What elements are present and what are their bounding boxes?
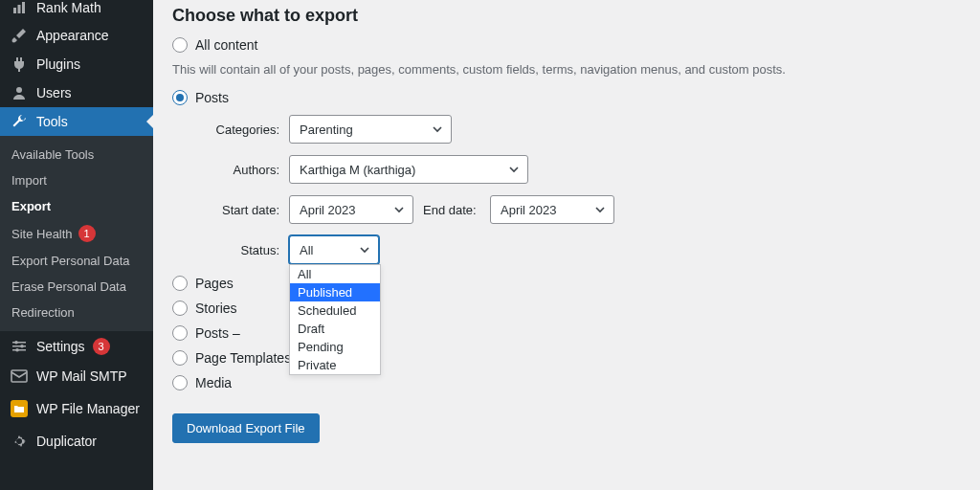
option-label: Page Templates [195,350,291,366]
sidebar-item-settings[interactable]: Settings 3 [0,331,153,362]
submenu-erase-personal-data[interactable]: Erase Personal Data [0,274,153,300]
section-heading: Choose what to export [172,6,961,26]
submenu-export-personal-data[interactable]: Export Personal Data [0,248,153,274]
sidebar-item-duplicator[interactable]: Duplicator [0,427,153,456]
submenu-label: Export [11,199,51,213]
sidebar-item-appearance[interactable]: Appearance [0,21,153,50]
notification-badge: 1 [78,225,96,242]
sidebar-item-label: WP Mail SMTP [36,368,127,384]
select-value: All [300,243,313,257]
sidebar-item-label: Users [36,85,72,100]
chevron-down-icon [594,204,606,215]
status-option[interactable]: Pending [290,338,380,356]
radio-icon [172,375,188,390]
sidebar-item-label: Rank Math [36,0,101,15]
sidebar-item-label: Plugins [36,56,80,72]
submenu-label: Site Health [11,227,73,241]
chevron-down-icon [393,204,405,215]
option-all-content[interactable]: All content [172,37,961,53]
sidebar-item-label: Tools [36,114,68,129]
svg-rect-6 [12,349,26,351]
submenu-available-tools[interactable]: Available Tools [0,142,153,167]
categories-select[interactable]: Parenting [289,115,452,144]
radio-icon [172,37,188,53]
filter-label: Start date: [201,203,279,217]
select-value: Parenting [300,122,353,137]
filter-label: End date: [423,203,480,217]
submenu-label: Redirection [11,305,75,320]
sidebar-item-label: WP File Manager [36,401,140,416]
svg-rect-10 [11,370,27,382]
radio-icon [172,90,188,105]
chevron-down-icon [508,164,520,175]
sidebar-item-tools[interactable]: Tools [0,107,153,136]
status-option[interactable]: Private [290,356,380,374]
submenu-site-health[interactable]: Site Health1 [0,219,153,248]
submenu-label: Available Tools [11,147,94,162]
filter-label: Authors: [201,163,279,177]
status-option[interactable]: Draft [290,320,380,338]
submenu-label: Import [11,173,47,188]
svg-rect-1 [18,5,21,13]
brush-icon [10,28,29,43]
sidebar-item-label: Duplicator [36,434,97,449]
option-label: Posts – [195,325,240,341]
option-posts[interactable]: Posts [172,90,961,105]
submenu-label: Erase Personal Data [11,279,126,294]
sidebar-item-wp-file-manager[interactable]: WP File Manager [0,390,153,427]
admin-sidebar: Rank Math Appearance Plugins Users Tools… [0,0,153,490]
radio-icon [172,350,188,366]
download-export-button[interactable]: Download Export File [172,413,320,443]
sliders-icon [10,339,29,354]
status-option[interactable]: Published [290,283,380,301]
svg-point-3 [16,87,22,93]
gear-icon [10,434,29,449]
select-value: April 2023 [300,203,356,217]
sidebar-item-plugins[interactable]: Plugins [0,50,153,78]
status-select[interactable]: All [289,235,379,264]
option-label: Media [195,375,232,390]
option-label: Pages [195,276,234,291]
svg-rect-5 [12,345,26,347]
option-label: Stories [195,301,237,316]
radio-icon [172,301,188,316]
select-value: April 2023 [501,203,557,217]
sidebar-item-label: Appearance [36,28,109,43]
seo-icon [10,0,29,15]
option-label: All content [195,37,257,53]
start-date-select[interactable]: April 2023 [289,195,413,224]
sidebar-item-users[interactable]: Users [0,78,153,107]
folder-icon [10,400,29,417]
sidebar-item-label: Settings [36,339,85,354]
wrench-icon [10,114,29,129]
radio-icon [172,276,188,291]
plug-icon [10,56,29,72]
tools-submenu: Available Tools Import Export Site Healt… [0,136,153,331]
svg-point-8 [20,345,24,348]
end-date-select[interactable]: April 2023 [490,195,614,224]
authors-select[interactable]: Karthiga M (karthiga) [289,155,528,184]
svg-point-9 [15,348,19,352]
status-option[interactable]: Scheduled [290,301,380,320]
option-label: Posts [195,90,229,105]
submenu-label: Export Personal Data [11,254,130,268]
radio-icon [172,325,188,341]
submenu-redirection[interactable]: Redirection [0,300,153,325]
status-option[interactable]: All [290,265,380,283]
submenu-import[interactable]: Import [0,167,153,193]
submenu-export[interactable]: Export [0,193,153,219]
select-value: Karthiga M (karthiga) [300,163,415,177]
sidebar-item-rank-math[interactable]: Rank Math [0,0,153,21]
svg-point-7 [14,341,18,345]
svg-rect-0 [13,8,16,13]
svg-rect-2 [22,2,25,13]
status-dropdown[interactable]: AllPublishedScheduledDraftPendingPrivate [289,264,381,375]
chevron-down-icon [359,244,370,256]
filter-label: Status: [201,243,279,257]
option-media[interactable]: Media [172,375,961,390]
sidebar-item-wp-mail-smtp[interactable]: WP Mail SMTP [0,362,153,390]
mail-icon [10,369,29,383]
filter-label: Categories: [201,122,279,137]
export-panel: Choose what to export All content This w… [153,0,980,490]
post-filters: Categories: Parenting Authors: Karthiga … [201,115,961,264]
